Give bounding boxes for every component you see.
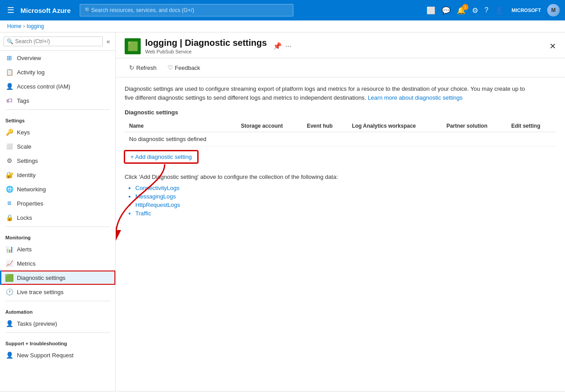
nav-label-new-support: New Support Request (17, 352, 73, 359)
close-button[interactable]: ✕ (549, 41, 556, 51)
nav-label-identity: Identity (17, 172, 36, 178)
activity-log-icon: 📋 (5, 68, 13, 76)
list-item-messaging: MessagingLogs (135, 192, 556, 201)
nav-item-activity-log[interactable]: 📋 Activity log (0, 65, 115, 79)
nav-item-overview[interactable]: ⊞ Overview (0, 51, 115, 65)
help-icon[interactable]: ? (484, 6, 488, 14)
nav-item-diagnostic-settings[interactable]: 🟩 Diagnostic settings (0, 271, 115, 285)
refresh-button[interactable]: ↻ Refresh (125, 62, 161, 73)
page-title-actions: 📌 ··· (273, 42, 291, 50)
topnav-icons: ⬜ 💬 🔔 1 ⚙ ? 👤 MICROSOFT M (427, 4, 560, 16)
metrics-icon: 📈 (5, 259, 13, 267)
nav-item-scale[interactable]: ⬜ Scale (0, 139, 115, 154)
properties-icon: ≡ (5, 199, 13, 207)
new-support-icon: 👤 (5, 351, 13, 359)
page-icon: 🟩 (125, 38, 141, 54)
diagnostic-settings-table: Name Storage account Event hub Log Analy… (125, 120, 556, 146)
nav-item-locks[interactable]: 🔒 Locks (0, 210, 115, 225)
nav-item-identity[interactable]: 🔐 Identity (0, 168, 115, 182)
nav-item-metrics[interactable]: 📈 Metrics (0, 256, 115, 271)
nav-label-settings: Settings (17, 158, 38, 164)
feedback-icon[interactable]: 💬 (442, 6, 451, 15)
nav-label-overview: Overview (17, 55, 41, 61)
nav-label-access-control: Access control (IAM) (17, 83, 70, 90)
section-label-settings: Settings (0, 112, 115, 125)
divider-support (5, 332, 110, 333)
page-subtitle: Web PubSub Service (145, 49, 267, 54)
sidebar-search-box[interactable]: 🔍 (4, 36, 103, 46)
nav-label-networking: Networking (17, 186, 46, 193)
section-label-support: Support + troubleshooting (0, 335, 115, 348)
breadcrumb: Home › logging (0, 20, 565, 32)
search-input[interactable] (91, 7, 289, 13)
live-trace-icon: 🕐 (5, 288, 13, 296)
settings-nav-icon: ⚙ (5, 157, 13, 165)
more-options-button[interactable]: ··· (285, 42, 291, 50)
nav-item-tags[interactable]: 🏷 Tags (0, 93, 115, 108)
col-name: Name (125, 120, 236, 132)
nav-item-keys[interactable]: 🔑 Keys (0, 125, 115, 139)
col-partner: Partner solution (442, 120, 507, 132)
list-item-connectivity: ConnectivityLogs (135, 184, 556, 192)
global-search[interactable]: 🔍 (80, 4, 293, 16)
cloud-shell-icon[interactable]: ⬜ (427, 6, 435, 15)
content-area: 🟩 logging | Diagnostic settings Web PubS… (116, 32, 565, 391)
page-title: logging | Diagnostic settings (145, 38, 267, 48)
nav-item-tasks[interactable]: 👤 Tasks (preview) (0, 316, 115, 331)
notifications-icon[interactable]: 🔔 1 (457, 6, 466, 15)
main-layout: 🔍 « ⊞ Overview 📋 Activity log 👤 Access c… (0, 32, 565, 391)
nav-item-alerts[interactable]: 📊 Alerts (0, 242, 115, 256)
section-label-diag: Diagnostic settings (125, 109, 556, 116)
access-control-icon: 👤 (5, 82, 13, 90)
nav-label-metrics: Metrics (17, 260, 36, 267)
nav-item-settings[interactable]: ⚙ Settings (0, 154, 115, 168)
sidebar-search-input[interactable] (15, 38, 100, 44)
breadcrumb-home[interactable]: Home (7, 23, 21, 29)
diagnostic-settings-icon: 🟩 (5, 274, 13, 282)
nav-item-properties[interactable]: ≡ Properties (0, 196, 115, 210)
brand-logo: Microsoft Azure (20, 7, 71, 14)
settings-icon[interactable]: ⚙ (472, 6, 478, 15)
tasks-icon: 👤 (5, 319, 13, 327)
description-text: Diagnostic settings are used to configur… (125, 85, 525, 102)
hamburger-menu[interactable]: ☰ (5, 4, 16, 17)
nav-label-live-trace: Live trace settings (17, 289, 64, 295)
tags-icon: 🏷 (5, 97, 13, 105)
add-diagnostic-setting-button[interactable]: + Add diagnostic setting (125, 151, 198, 163)
data-types-list: ConnectivityLogs MessagingLogs HttpReque… (125, 184, 556, 218)
nav-label-diagnostic-settings: Diagnostic settings (17, 275, 65, 281)
section-label-automation: Automation (0, 303, 115, 316)
list-item-httprequest: HttpRequestLogs (135, 201, 556, 209)
feedback-button[interactable]: ♡ Feedback (163, 62, 205, 73)
breadcrumb-current[interactable]: logging (27, 23, 44, 29)
nav-item-networking[interactable]: 🌐 Networking (0, 182, 115, 196)
notification-badge: 1 (462, 4, 468, 10)
configure-section: Click 'Add Diagnostic setting' above to … (125, 174, 556, 218)
page-header: 🟩 logging | Diagnostic settings Web PubS… (116, 32, 565, 58)
nav-item-access-control[interactable]: 👤 Access control (IAM) (0, 79, 115, 93)
account-icon[interactable]: 👤 (495, 6, 504, 15)
nav-item-live-trace[interactable]: 🕐 Live trace settings (0, 285, 115, 299)
nav-item-new-support[interactable]: 👤 New Support Request (0, 348, 115, 362)
nav-label-alerts: Alerts (17, 246, 32, 253)
col-eventhub: Event hub (302, 120, 347, 132)
no-data-message: No diagnostic settings defined (125, 132, 236, 146)
nav-label-activity-log: Activity log (17, 69, 45, 76)
page-title-text: logging | Diagnostic settings Web PubSub… (145, 38, 267, 54)
locks-icon: 🔒 (5, 214, 13, 222)
breadcrumb-separator: › (23, 23, 25, 29)
col-edit: Edit setting (507, 120, 556, 132)
learn-more-link[interactable]: Learn more about diagnostic settings (368, 94, 463, 101)
table-row-no-data: No diagnostic settings defined (125, 132, 556, 146)
divider-automation (5, 301, 110, 301)
sidebar-collapse-button[interactable]: « (105, 36, 112, 47)
user-label: MICROSOFT (512, 8, 541, 13)
nav-label-scale: Scale (17, 143, 32, 150)
nav-label-locks: Locks (17, 214, 32, 221)
keys-icon: 🔑 (5, 128, 13, 136)
pin-button[interactable]: 📌 (273, 42, 282, 50)
avatar[interactable]: M (547, 4, 560, 16)
divider-monitoring (5, 226, 110, 227)
col-log-analytics: Log Analytics workspace (347, 120, 442, 132)
refresh-icon: ↻ (129, 64, 134, 71)
